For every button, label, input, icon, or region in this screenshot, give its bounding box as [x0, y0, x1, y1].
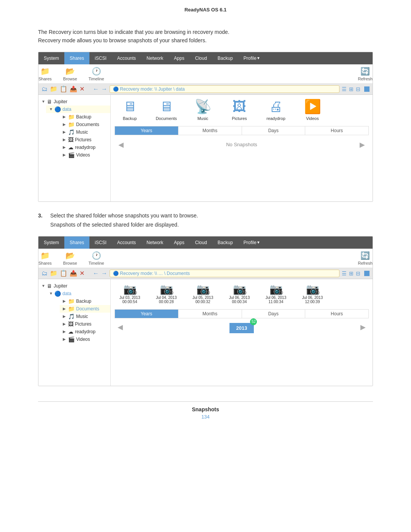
file-pictures-1[interactable]: 🖼 Pictures	[224, 99, 255, 121]
ft-icon2[interactable]: 📁	[50, 85, 57, 93]
snap-6[interactable]: 📷 Jul 06, 2013 12:00:39	[297, 283, 328, 304]
page-footer: Snapshots 134	[38, 401, 373, 427]
nav-apps-2[interactable]: Apps	[169, 236, 190, 249]
timeline-months-1[interactable]: Months	[178, 126, 242, 135]
tree-pictures-1[interactable]: ▶ 🖼 Pictures	[60, 136, 110, 144]
sidebar-2: ▼ 🖥 Jupiter ▼ 🔵 data ▶ 📁 Backup	[38, 279, 111, 386]
view-list-2[interactable]: ☰	[342, 270, 347, 276]
folder-icon-readydrop-1: ☁	[68, 144, 73, 150]
view-grid-2[interactable]: ⊞	[349, 270, 354, 276]
tree-music-2[interactable]: ▶ 🎵 Music	[60, 313, 110, 320]
tree-docs-2[interactable]: ▶ 📁 Documents	[60, 305, 110, 313]
nav-accounts-2[interactable]: Accounts	[112, 236, 141, 249]
ft-icon4[interactable]: 📤	[70, 85, 77, 93]
file-label-documents-1: Documents	[156, 116, 177, 121]
timeline-hours-2[interactable]: Hours	[305, 310, 368, 318]
tree-backup-2[interactable]: ▶ 📁 Backup	[60, 297, 110, 305]
fwd-arrow-2[interactable]: →	[101, 270, 107, 277]
nav-iscsi-2[interactable]: iSCSI	[89, 236, 112, 249]
nav-cloud-2[interactable]: Cloud	[190, 236, 212, 249]
tree-readydrop-2[interactable]: ▶ ☁ readydrop	[60, 328, 110, 335]
view-grid-1[interactable]: ⊞	[349, 86, 354, 92]
back-arrow-2[interactable]: ←	[93, 270, 99, 277]
toolbar-shares-2[interactable]: 📁 Shares	[38, 251, 52, 265]
nav-shares-2[interactable]: Shares	[64, 236, 89, 249]
toolbar-shares-1[interactable]: 📁 Shares	[38, 67, 52, 81]
file-videos-1[interactable]: ▶️ Videos	[297, 99, 328, 121]
nav-network-1[interactable]: Network	[141, 52, 169, 64]
timeline-days-1[interactable]: Days	[242, 126, 306, 135]
tree-root-1[interactable]: ▼ 🖥 Jupiter	[38, 98, 110, 105]
data-icon-2: 🔵	[54, 291, 61, 297]
tree-label-pictures-1: Pictures	[75, 137, 91, 142]
toolbar-browse-2[interactable]: 📂 Browse	[63, 251, 77, 265]
ft-icon3[interactable]: 📋	[60, 85, 67, 93]
ft-icon3-2[interactable]: 📋	[60, 270, 67, 277]
tree-docs-1[interactable]: ▶ 📁 Documents	[60, 121, 110, 128]
year-button-2013[interactable]: 2013	[229, 323, 254, 333]
nav-cloud-1[interactable]: Cloud	[190, 52, 212, 64]
view-tile-2[interactable]: ⊟	[356, 270, 360, 276]
nav-system-1[interactable]: System	[38, 52, 64, 64]
toolbar-refresh-1[interactable]: 🔄 Refresh	[358, 67, 373, 81]
tree-root-2[interactable]: ▼ 🖥 Jupiter	[38, 282, 110, 290]
tree-readydrop-1[interactable]: ▶ ☁ readydrop	[60, 144, 110, 151]
scroll-right-1[interactable]: ▶	[360, 141, 365, 149]
tree-backup-1[interactable]: ▶ 📁 Backup	[60, 113, 110, 121]
fwd-arrow-1[interactable]: →	[101, 86, 107, 93]
nav-backup-2[interactable]: Backup	[212, 236, 238, 249]
scroll-left-2[interactable]: ◀	[118, 323, 123, 331]
ft-icon2-2[interactable]: 📁	[50, 270, 57, 277]
nav-profile-1[interactable]: Profile	[238, 52, 266, 64]
tree-data-item-2[interactable]: ▼ 🔵 data	[46, 290, 110, 297]
timeline-days-2[interactable]: Days	[242, 310, 306, 318]
no-snapshots-text-1: No Snapshots	[226, 142, 257, 147]
timeline-months-2[interactable]: Months	[178, 310, 242, 318]
tree-pictures-2[interactable]: ▶ 🖼 Pictures	[60, 320, 110, 328]
ft-icon5[interactable]: ✕	[80, 85, 84, 93]
nav-backup-1[interactable]: Backup	[212, 52, 238, 64]
tree-arrow-data-1: ▼	[49, 107, 53, 111]
tree-music-1[interactable]: ▶ 🎵 Music	[60, 128, 110, 136]
scroll-right-2[interactable]: ▶	[360, 323, 366, 331]
file-music-1[interactable]: 📡 Music	[188, 99, 218, 121]
ft-icon1-2[interactable]: 🗂	[41, 270, 48, 277]
file-documents-1[interactable]: 🖥 Documents	[151, 99, 182, 121]
snap-3[interactable]: 📷 Jul 05, 2013 00:00:32	[188, 283, 218, 304]
timeline-years-2[interactable]: Years	[115, 310, 178, 318]
view-tile-1[interactable]: ⊟	[356, 86, 360, 92]
snap-4[interactable]: 📷 Jul 06, 2013 00:00:34	[224, 283, 255, 304]
snap-2[interactable]: 📷 Jul 04, 2013 00:00:28	[151, 283, 182, 304]
tree-data-item-1[interactable]: ▼ 🔵 data	[46, 105, 110, 113]
file-backup-1[interactable]: 🖥 Backup	[115, 99, 145, 121]
nav-network-2[interactable]: Network	[141, 236, 169, 249]
toolbar-refresh-2[interactable]: 🔄 Refresh	[358, 251, 373, 265]
tree-videos-1[interactable]: ▶ 🎬 Videos	[60, 151, 110, 159]
toolbar-timeline-1[interactable]: 🕐 Timeline	[89, 67, 104, 81]
scroll-left-1[interactable]: ◀	[118, 141, 124, 149]
nav-bar-2: System Shares iSCSI Accounts Network App…	[38, 236, 373, 249]
nav-profile-2[interactable]: Profile	[238, 236, 266, 249]
ft-icon4-2[interactable]: 📤	[70, 270, 77, 277]
shares-icon-2: 📁	[40, 251, 50, 260]
tree-arrow-music-2: ▶	[63, 314, 67, 318]
file-readydrop-1[interactable]: 🖨 readydrop	[261, 99, 291, 121]
snap-5[interactable]: 📷 Jul 06, 2013 11:00:34	[261, 283, 291, 304]
view-list-1[interactable]: ☰	[342, 86, 347, 92]
file-icon-music-1: 📡	[194, 99, 212, 115]
toolbar-timeline-2[interactable]: 🕐 Timeline	[89, 251, 104, 265]
timeline-hours-1[interactable]: Hours	[305, 126, 368, 135]
ft-icon1[interactable]: 🗂	[41, 86, 48, 93]
nav-apps-1[interactable]: Apps	[169, 52, 190, 64]
nav-accounts-1[interactable]: Accounts	[112, 52, 141, 64]
nav-shares-1[interactable]: Shares	[64, 52, 89, 64]
nav-system-2[interactable]: System	[38, 236, 64, 249]
toolbar-browse-1[interactable]: 📂 Browse	[63, 67, 77, 81]
ft-icon5-2[interactable]: ✕	[80, 270, 84, 277]
snap-1[interactable]: 📷 Jul 03, 2013 00:00:54	[115, 283, 145, 304]
tree-videos-2[interactable]: ▶ 🎬 Videos	[60, 335, 110, 343]
step3-content: Select the shared folder whose snapshots…	[50, 212, 373, 232]
back-arrow-1[interactable]: ←	[93, 86, 99, 93]
nav-iscsi-1[interactable]: iSCSI	[89, 52, 112, 64]
timeline-years-1[interactable]: Years	[115, 126, 178, 135]
